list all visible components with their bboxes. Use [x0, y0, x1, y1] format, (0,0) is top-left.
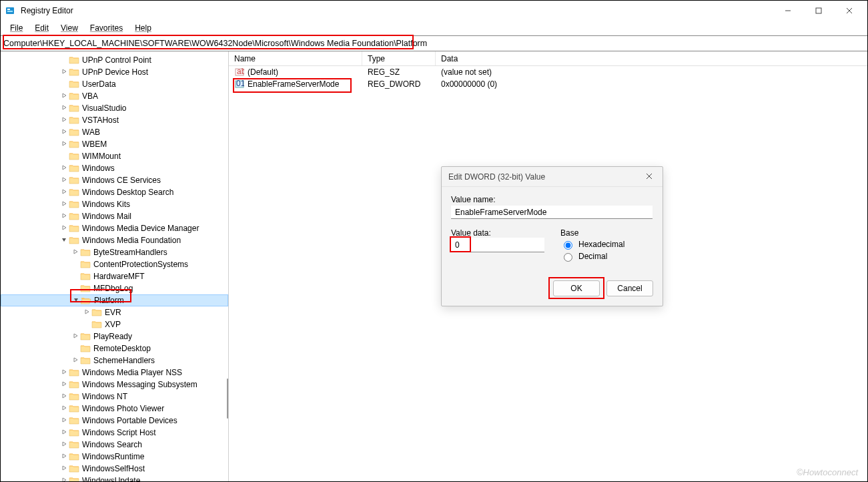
tree-node[interactable]: WindowsSelfHost — [1, 463, 228, 475]
expander-icon[interactable] — [59, 189, 69, 196]
tree-node[interactable]: WindowsRuntime — [1, 451, 228, 463]
value-row[interactable]: 011EnableFrameServerModeREG_DWORD0x00000… — [229, 78, 867, 90]
tree-node[interactable]: VisualStudio — [1, 102, 228, 114]
tree-node[interactable]: Windows Media Player NSS — [1, 367, 228, 379]
maximize-button[interactable] — [803, 1, 834, 21]
expander-icon[interactable] — [59, 369, 69, 376]
values-list[interactable]: ab(Default)REG_SZ(value not set)011Enabl… — [229, 66, 867, 90]
column-type[interactable]: Type — [362, 51, 436, 65]
expander-icon[interactable] — [59, 201, 69, 208]
tree-node[interactable]: Windows Search — [1, 439, 228, 451]
tree-node[interactable]: WindowsUpdate — [1, 475, 228, 482]
expander-icon[interactable] — [59, 177, 69, 184]
tree-node[interactable]: MFDbgLog — [1, 282, 228, 294]
expander-icon[interactable] — [59, 225, 69, 232]
menu-help[interactable]: Help — [129, 22, 157, 34]
menu-favorites[interactable]: Favorites — [85, 22, 128, 34]
tree-node[interactable]: ByteStreamHandlers — [1, 246, 228, 258]
expander-icon[interactable] — [71, 333, 80, 340]
tree-node[interactable]: Windows Messaging Subsystem — [1, 379, 228, 391]
tree-node[interactable]: Windows Script Host — [1, 427, 228, 439]
tree-scrollbar[interactable] — [227, 379, 228, 419]
column-data[interactable]: Data — [436, 51, 867, 65]
expander-icon[interactable] — [59, 93, 69, 99]
dialog-title: Edit DWORD (32-bit) Value — [448, 172, 545, 182]
tree-node[interactable]: SchemeHandlers — [1, 354, 228, 367]
expander-icon[interactable] — [59, 477, 69, 482]
tree-node[interactable]: Windows Desktop Search — [1, 186, 228, 198]
dialog-close-button[interactable] — [642, 172, 656, 182]
expander-icon[interactable] — [59, 429, 69, 436]
tree-node[interactable]: Windows Media Foundation — [1, 234, 228, 246]
expander-icon[interactable] — [59, 417, 69, 424]
value-data-field[interactable] — [451, 238, 544, 252]
expander-icon[interactable] — [82, 309, 91, 316]
expander-icon[interactable] — [59, 453, 69, 460]
tree-node[interactable]: ContentProtectionSystems — [1, 258, 228, 270]
tree-node[interactable]: UPnP Control Point — [1, 54, 228, 66]
expander-icon[interactable] — [59, 393, 69, 400]
radio-hexadecimal[interactable]: Hexadecimal — [560, 239, 653, 250]
tree-node[interactable]: Windows Kits — [1, 198, 228, 210]
expander-icon[interactable] — [59, 141, 69, 148]
column-name[interactable]: Name — [229, 51, 362, 65]
address-bar[interactable] — [1, 36, 867, 51]
cancel-button[interactable]: Cancel — [606, 280, 653, 296]
expander-icon[interactable] — [71, 249, 80, 256]
expander-icon[interactable] — [71, 297, 81, 304]
tree-node[interactable]: Windows Photo Viewer — [1, 403, 228, 415]
expander-icon[interactable] — [59, 441, 69, 448]
folder-icon — [69, 128, 79, 137]
registry-tree[interactable]: UPnP Control PointUPnP Device HostUserDa… — [1, 51, 228, 482]
tree-node[interactable]: RemoteDesktop — [1, 342, 228, 354]
radio-decimal[interactable]: Decimal — [560, 251, 653, 262]
expander-icon[interactable] — [59, 405, 69, 412]
tree-node-label: Windows Photo Viewer — [82, 404, 164, 413]
ok-button[interactable]: OK — [553, 280, 600, 296]
tree-node[interactable]: Windows — [1, 162, 228, 174]
expander-icon[interactable] — [59, 117, 69, 124]
close-button[interactable] — [834, 1, 865, 21]
value-data: 0x00000000 (0) — [436, 79, 867, 89]
expander-icon[interactable] — [59, 69, 69, 75]
menu-edit[interactable]: Edit — [29, 22, 54, 34]
value-row[interactable]: ab(Default)REG_SZ(value not set) — [229, 66, 867, 78]
expander-icon[interactable] — [59, 381, 69, 388]
expander-icon[interactable] — [59, 129, 69, 136]
tree-node[interactable]: PlayReady — [1, 330, 228, 342]
expander-icon[interactable] — [59, 213, 69, 220]
menu-view[interactable]: View — [55, 22, 83, 34]
radio-hex-input[interactable] — [564, 241, 572, 250]
value-name-field[interactable] — [451, 206, 653, 219]
tree-node[interactable]: EVR — [1, 306, 228, 318]
radio-dec-input[interactable] — [564, 253, 572, 262]
menu-file[interactable]: File — [5, 22, 28, 34]
expander-icon[interactable] — [71, 357, 80, 364]
expander-icon[interactable] — [59, 465, 69, 472]
tree-node[interactable]: Windows CE Services — [1, 174, 228, 186]
tree-node-label: ByteStreamHandlers — [93, 248, 167, 257]
tree-node[interactable]: Windows NT — [1, 391, 228, 403]
tree-node[interactable]: WIMMount — [1, 150, 228, 162]
tree-node[interactable]: XVP — [1, 318, 228, 330]
tree-node[interactable]: HardwareMFT — [1, 270, 228, 282]
folder-icon — [69, 440, 79, 449]
expander-icon[interactable] — [59, 105, 69, 111]
tree-node[interactable]: Windows Media Device Manager — [1, 222, 228, 234]
tree-node[interactable]: Windows Mail — [1, 210, 228, 222]
expander-icon[interactable] — [59, 237, 69, 244]
tree-node[interactable]: VBA — [1, 90, 228, 102]
minimize-button[interactable] — [773, 1, 803, 21]
watermark: ©Howtoconnect — [797, 467, 858, 477]
tree-node[interactable]: WAB — [1, 126, 228, 138]
tree-pane[interactable]: UPnP Control PointUPnP Device HostUserDa… — [1, 51, 229, 482]
expander-icon[interactable] — [59, 165, 69, 172]
tree-node[interactable]: UPnP Device Host — [1, 66, 228, 78]
tree-node[interactable]: WBEM — [1, 138, 228, 150]
tree-node[interactable]: Windows Portable Devices — [1, 415, 228, 427]
svg-text:ab: ab — [237, 67, 244, 76]
dialog-titlebar[interactable]: Edit DWORD (32-bit) Value — [442, 167, 663, 187]
tree-node[interactable]: VSTAHost — [1, 114, 228, 126]
tree-node[interactable]: Platform — [1, 294, 228, 306]
tree-node[interactable]: UserData — [1, 78, 228, 90]
